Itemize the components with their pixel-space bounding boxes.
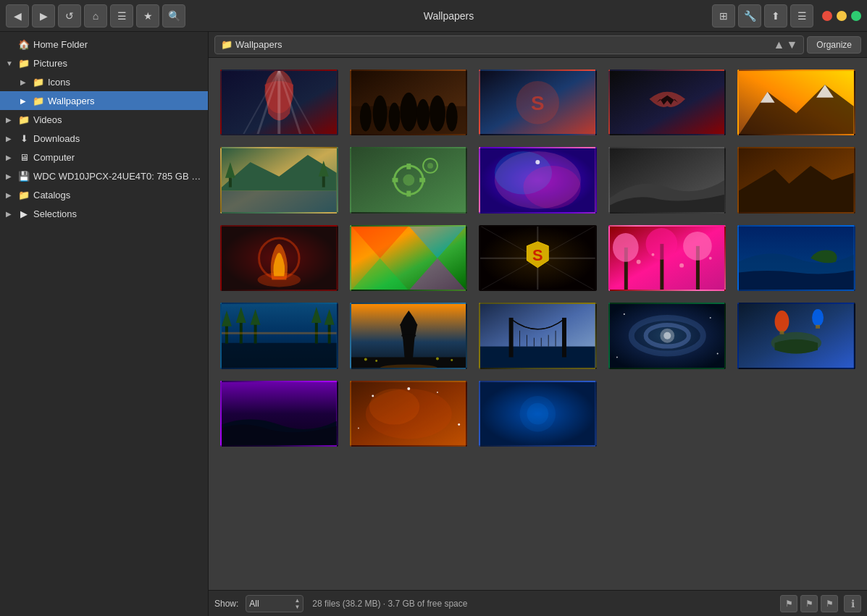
arrow-catalogs: ▶ (6, 191, 14, 199)
folder-wallpapers-icon: 📁 (32, 96, 45, 106)
thumb-image-2[interactable] (350, 69, 468, 135)
sidebar-item-selections[interactable]: ▶ ▶ Selections (0, 204, 208, 223)
thumb-image-19[interactable] (608, 303, 726, 368)
thumbnail-4[interactable] (608, 69, 726, 135)
sidebar-item-wallpapers[interactable]: ▶ 📁 Wallpapers (0, 91, 208, 110)
thumbnail-3[interactable]: S (479, 69, 597, 135)
download-icon: ⬇ (17, 133, 30, 144)
thumbnail-1[interactable] (220, 69, 338, 135)
sidebar-item-computer[interactable]: ▶ 🖥 Computer (0, 148, 208, 166)
thumb-image-5[interactable] (737, 69, 855, 135)
bookmarks-button[interactable]: ☰ (110, 4, 133, 28)
display-button[interactable]: ⊞ (712, 4, 735, 28)
thumb-image-20[interactable] (737, 303, 855, 368)
thumb-image-12[interactable] (350, 225, 468, 291)
thumb-image-13[interactable]: S (479, 225, 597, 291)
bottom-bar: Show: All ▲ ▼ 28 files (38.2 MB) · 3.7 G… (209, 590, 867, 616)
thumb-image-21[interactable] (220, 381, 338, 447)
svg-rect-29 (392, 178, 398, 182)
address-input[interactable]: 📁 Wallpapers ▲ ▼ (214, 35, 804, 54)
forward-button[interactable]: ▶ (32, 4, 55, 28)
thumb-image-14[interactable] (608, 225, 726, 291)
show-select[interactable]: All ▲ ▼ (246, 595, 303, 612)
thumbnail-18[interactable] (479, 303, 597, 368)
thumb-image-1[interactable] (220, 69, 338, 135)
home-icon: 🏠 (17, 39, 30, 50)
upload-button[interactable]: ⬆ (764, 4, 787, 28)
thumb-image-9[interactable] (608, 147, 726, 213)
maximize-dot[interactable] (851, 11, 861, 21)
thumbnail-5[interactable] (737, 69, 855, 135)
flag-button-2[interactable]: ⚑ (800, 595, 818, 612)
thumbnail-8[interactable] (479, 147, 597, 213)
close-dot[interactable] (822, 11, 832, 21)
thumbnail-20[interactable] (737, 303, 855, 368)
svg-rect-78 (222, 332, 337, 334)
thumb-image-16[interactable] (220, 303, 338, 368)
thumbnail-17[interactable] (350, 303, 468, 368)
thumbnail-9[interactable] (608, 147, 726, 213)
sidebar-item-downloads[interactable]: ▶ ⬇ Downloads (0, 129, 208, 148)
thumbnail-22[interactable] (350, 381, 468, 447)
thumbnail-10[interactable] (737, 147, 855, 213)
thumbnail-23[interactable] (479, 381, 597, 447)
thumb-image-3[interactable]: S (479, 69, 597, 135)
arrow-computer: ▶ (6, 153, 14, 161)
thumbnail-21[interactable] (220, 381, 338, 447)
show-chevrons: ▲ ▼ (294, 597, 300, 610)
thumb-image-23[interactable] (479, 381, 597, 447)
sidebar-item-home-folder[interactable]: 🏠 Home Folder (0, 35, 208, 54)
thumbnail-16[interactable] (220, 303, 338, 368)
svg-point-101 (624, 313, 625, 315)
thumbnail-7[interactable] (350, 147, 468, 213)
selections-icon: ▶ (17, 208, 30, 219)
thumb-image-22[interactable] (350, 381, 468, 447)
thumbnail-13[interactable]: S (479, 225, 597, 291)
wrench-button[interactable]: 🔧 (738, 4, 761, 28)
thumbnail-12[interactable] (350, 225, 468, 291)
thumb-image-4[interactable] (608, 69, 726, 135)
svg-point-102 (710, 317, 711, 318)
back-button[interactable]: ◀ (6, 4, 29, 28)
svg-point-37 (536, 160, 540, 164)
thumb-image-11[interactable] (220, 225, 338, 291)
info-button[interactable]: ℹ (844, 595, 861, 612)
flag-button-1[interactable]: ⚑ (780, 595, 797, 612)
thumbnail-2[interactable] (350, 69, 468, 135)
sidebar-item-catalogs[interactable]: ▶ 📁 Catalogs (0, 185, 208, 204)
thumb-image-10[interactable] (737, 147, 855, 213)
menu-button[interactable]: ☰ (790, 4, 813, 28)
thumb-image-15[interactable] (737, 225, 855, 291)
thumb-image-17[interactable] (350, 303, 468, 368)
reload-button[interactable]: ↺ (58, 4, 81, 28)
address-chevron-up[interactable]: ▲ (774, 38, 785, 51)
sidebar-item-videos[interactable]: ▶ 📁 Videos (0, 110, 208, 129)
search-button[interactable]: 🔍 (162, 4, 185, 28)
chevron-up-icon: ▲ (294, 597, 300, 604)
home-button[interactable]: ⌂ (84, 4, 107, 28)
favorites-button[interactable]: ★ (136, 4, 159, 28)
thumb-image-18[interactable] (479, 303, 597, 368)
thumbnail-6[interactable] (220, 147, 338, 213)
thumbnail-14[interactable] (608, 225, 726, 291)
organize-button[interactable]: Organize (807, 36, 861, 54)
sidebar-item-pictures[interactable]: ▼ 📁 Pictures (0, 54, 208, 72)
sidebar-item-wdc[interactable]: ▶ 💾 WDC WD10JPCX-24UE4T0: 785 GB Volu... (0, 166, 208, 185)
thumb-image-6[interactable] (220, 147, 338, 213)
thumbnail-11[interactable] (220, 225, 338, 291)
svg-point-83 (436, 358, 439, 360)
svg-point-109 (813, 309, 824, 326)
svg-point-81 (364, 358, 367, 361)
show-value: All (249, 599, 259, 609)
flag-button-3[interactable]: ⚑ (821, 595, 838, 612)
thumb-image-7[interactable] (350, 147, 468, 213)
thumbnail-19[interactable] (608, 303, 726, 368)
thumbnail-15[interactable] (737, 225, 855, 291)
minimize-dot[interactable] (837, 11, 847, 21)
address-chevron-down[interactable]: ▼ (786, 38, 797, 51)
sidebar-item-icons[interactable]: ▶ 📁 Icons (0, 72, 208, 91)
arrow-pictures: ▼ (6, 59, 14, 67)
thumb-image-8[interactable] (479, 147, 597, 213)
chevron-down-icon: ▼ (294, 604, 300, 610)
sidebar-label-downloads: Downloads (33, 133, 202, 144)
